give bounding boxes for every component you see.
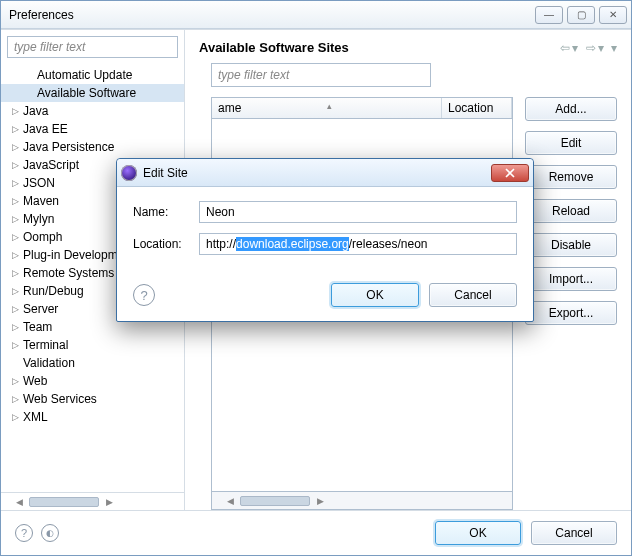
sort-indicator-icon: ▴ — [327, 101, 332, 111]
table-header[interactable]: ame ▴ Location — [211, 97, 513, 119]
add-button[interactable]: Add... — [525, 97, 617, 121]
tree-item-label: Maven — [23, 194, 59, 208]
reload-button[interactable]: Reload — [525, 199, 617, 223]
tree-item-label: Mylyn — [23, 212, 54, 226]
edit-button[interactable]: Edit — [525, 131, 617, 155]
tree-item-label: JavaScript — [23, 158, 79, 172]
expand-icon[interactable]: ▷ — [9, 213, 21, 225]
expand-icon[interactable]: ▷ — [9, 177, 21, 189]
expand-icon[interactable]: ▷ — [9, 159, 21, 171]
tree-item-label: Terminal — [23, 338, 68, 352]
preferences-footer: ? ◐ OK Cancel — [1, 510, 631, 555]
tree-item[interactable]: ▷Java Persistence — [1, 138, 184, 156]
column-name: ame ▴ — [212, 98, 442, 118]
dialog-ok-button[interactable]: OK — [331, 283, 419, 307]
tree-item[interactable]: Available Software — [1, 84, 184, 102]
page-nav-icons[interactable]: ⇦▾ ⇨▾ ▾ — [560, 41, 617, 55]
expand-icon[interactable] — [9, 357, 21, 369]
forward-icon: ⇨ — [586, 41, 596, 55]
help-icon[interactable]: ? — [15, 524, 33, 542]
tree-item[interactable]: Validation — [1, 354, 184, 372]
tree-item-label: Oomph — [23, 230, 62, 244]
tree-item-label: Run/Debug — [23, 284, 84, 298]
dialog-cancel-button[interactable]: Cancel — [429, 283, 517, 307]
name-input[interactable] — [199, 201, 517, 223]
menu-icon: ▾ — [611, 41, 617, 55]
export-button[interactable]: Export... — [525, 301, 617, 325]
tree-item-label: Available Software — [37, 86, 136, 100]
expand-icon[interactable]: ▷ — [9, 267, 21, 279]
expand-icon[interactable]: ▷ — [9, 375, 21, 387]
expand-icon[interactable]: ▷ — [9, 393, 21, 405]
ok-button[interactable]: OK — [435, 521, 521, 545]
expand-icon[interactable]: ▷ — [9, 195, 21, 207]
tree-item-label: Validation — [23, 356, 75, 370]
tree-item-label: Java — [23, 104, 48, 118]
expand-icon[interactable]: ▷ — [9, 339, 21, 351]
location-input[interactable]: http://download.eclipse.org/releases/neo… — [199, 233, 517, 255]
disable-button[interactable]: Disable — [525, 233, 617, 257]
dialog-titlebar[interactable]: Edit Site — [117, 159, 533, 187]
maximize-button[interactable]: ▢ — [567, 6, 595, 24]
expand-icon[interactable]: ▷ — [9, 231, 21, 243]
dialog-close-button[interactable] — [491, 164, 529, 182]
tree-item[interactable]: ▷Web — [1, 372, 184, 390]
dialog-help-icon[interactable]: ? — [133, 284, 155, 306]
progress-icon[interactable]: ◐ — [41, 524, 59, 542]
tree-item-label: Java Persistence — [23, 140, 114, 154]
import-button[interactable]: Import... — [525, 267, 617, 291]
close-button[interactable]: ✕ — [599, 6, 627, 24]
window-title: Preferences — [5, 8, 535, 22]
window-titlebar: Preferences — ▢ ✕ — [1, 1, 631, 29]
expand-icon[interactable]: ▷ — [9, 285, 21, 297]
remove-button[interactable]: Remove — [525, 165, 617, 189]
sites-filter-input[interactable]: type filter text — [211, 63, 431, 87]
eclipse-icon — [121, 165, 137, 181]
tree-item[interactable]: ▷Terminal — [1, 336, 184, 354]
tree-horizontal-scrollbar[interactable]: ◀ ▶ — [1, 492, 184, 510]
tree-item[interactable]: ▷Web Services — [1, 390, 184, 408]
expand-icon[interactable]: ▷ — [9, 321, 21, 333]
tree-item[interactable]: ▷XML — [1, 408, 184, 426]
tree-item-label: Server — [23, 302, 58, 316]
page-title: Available Software Sites — [199, 40, 560, 55]
minimize-button[interactable]: — — [535, 6, 563, 24]
expand-icon[interactable]: ▷ — [9, 105, 21, 117]
tree-item-label: Automatic Update — [37, 68, 132, 82]
dialog-title: Edit Site — [143, 166, 485, 180]
tree-item-label: XML — [23, 410, 48, 424]
cancel-button[interactable]: Cancel — [531, 521, 617, 545]
tree-item-label: Web — [23, 374, 47, 388]
tree-filter-input[interactable]: type filter text — [7, 36, 178, 58]
expand-icon[interactable]: ▷ — [9, 141, 21, 153]
edit-site-dialog: Edit Site Name: Location: http://downloa… — [116, 158, 534, 322]
tree-item-label: Team — [23, 320, 52, 334]
name-label: Name: — [133, 205, 191, 219]
column-location: Location — [442, 98, 512, 118]
tree-item-label: Java EE — [23, 122, 68, 136]
expand-icon[interactable]: ▷ — [9, 303, 21, 315]
tree-item-label: Remote Systems — [23, 266, 114, 280]
table-horizontal-scrollbar[interactable]: ◀ ▶ — [211, 492, 513, 510]
tree-item-label: Web Services — [23, 392, 97, 406]
back-icon: ⇦ — [560, 41, 570, 55]
expand-icon[interactable]: ▷ — [9, 249, 21, 261]
expand-icon[interactable]: ▷ — [9, 411, 21, 423]
tree-item[interactable]: ▷Java EE — [1, 120, 184, 138]
tree-item[interactable]: Automatic Update — [1, 66, 184, 84]
tree-item-label: JSON — [23, 176, 55, 190]
expand-icon[interactable]: ▷ — [9, 123, 21, 135]
location-label: Location: — [133, 237, 191, 251]
tree-item[interactable]: ▷Java — [1, 102, 184, 120]
